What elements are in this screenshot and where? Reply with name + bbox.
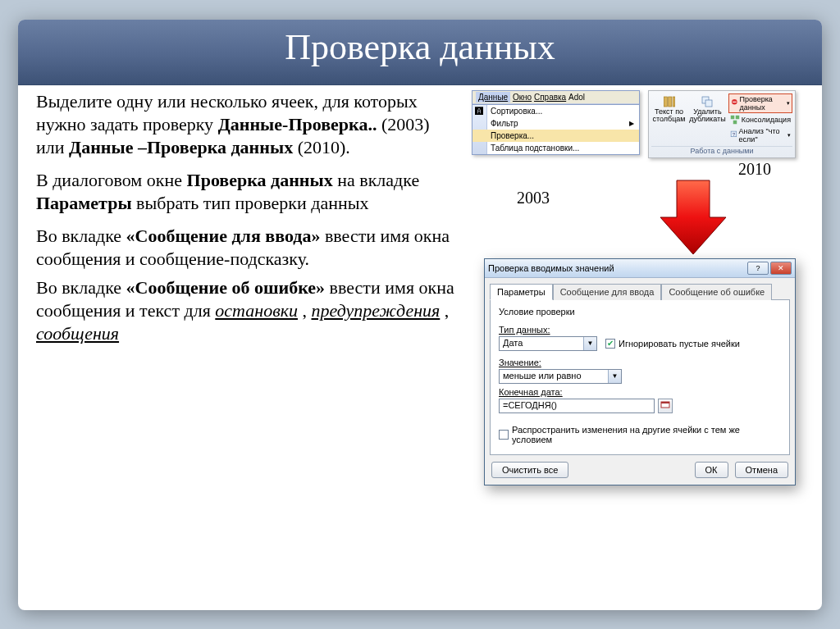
cancel-button[interactable]: Отмена bbox=[735, 462, 788, 478]
svg-rect-6 bbox=[733, 101, 736, 102]
svg-rect-13 bbox=[661, 402, 669, 403]
menu-item-filter[interactable]: Фильтр▶ bbox=[472, 117, 639, 130]
paragraph-3: Во вкладке «Сообщение для ввода» ввести … bbox=[36, 225, 459, 271]
duplicates-icon bbox=[701, 95, 714, 108]
checkbox-propagate[interactable]: Распространить изменения на другие ячейк… bbox=[499, 425, 781, 444]
menu-item-sort[interactable]: 🅰 Сортировка... bbox=[472, 105, 639, 117]
ok-button[interactable]: ОК bbox=[695, 462, 728, 478]
input-end-date[interactable]: =СЕГОДНЯ() bbox=[499, 399, 655, 413]
consolidate-icon bbox=[730, 115, 740, 125]
svg-rect-1 bbox=[668, 97, 671, 107]
columns-icon bbox=[663, 95, 676, 108]
checkbox-icon: ✔ bbox=[605, 339, 615, 349]
svg-rect-0 bbox=[664, 97, 667, 107]
text: Во вкладке bbox=[36, 226, 126, 246]
text-bold: Проверка данных bbox=[187, 170, 333, 190]
text-bold: Параметры bbox=[36, 193, 132, 213]
text: , bbox=[302, 300, 311, 321]
validation-icon bbox=[731, 98, 738, 108]
tab-parameters[interactable]: Параметры bbox=[490, 284, 553, 300]
paragraph-2: В диалоговом окне Проверка данных на вкл… bbox=[36, 169, 459, 215]
sort-icon: 🅰 bbox=[475, 107, 483, 116]
dialog-titlebar: Проверка вводимых значений ? ✕ bbox=[485, 259, 795, 278]
text-bold: Данные –Проверка данных bbox=[69, 137, 293, 157]
menu-item-validation[interactable]: Проверка... bbox=[472, 130, 639, 142]
group-title: Условие проверки bbox=[499, 307, 781, 317]
tab-error-message[interactable]: Сообщение об ошибке bbox=[661, 284, 772, 300]
ribbon-consolidation[interactable]: Консолидация bbox=[728, 114, 792, 125]
text-underline: предупреждения bbox=[311, 300, 440, 321]
text-underline: остановки bbox=[215, 300, 298, 321]
text: , bbox=[445, 300, 450, 321]
submenu-arrow-icon: ▶ bbox=[629, 120, 634, 127]
svg-rect-4 bbox=[705, 100, 712, 107]
menu-window[interactable]: Окно bbox=[513, 93, 532, 102]
combo-value: Дата bbox=[500, 337, 583, 350]
text-bold: «Сообщение об ошибке» bbox=[126, 277, 325, 298]
combo-value-operator[interactable]: меньше или равно ▼ bbox=[499, 369, 622, 384]
svg-rect-9 bbox=[733, 120, 737, 124]
label-value: Значение: bbox=[499, 358, 781, 367]
slide: Проверка данных Выделите одну или нескол… bbox=[18, 20, 822, 610]
checkbox-label: Игнорировать пустые ячейки bbox=[619, 339, 740, 349]
text-bold: «Сообщение для ввода» bbox=[126, 226, 321, 246]
ribbon-remove-duplicates[interactable]: Удалить дубликаты bbox=[689, 93, 726, 144]
caption-2010: 2010 bbox=[738, 160, 771, 179]
dropdown: 🅰 Сортировка... Фильтр▶ Проверка... Табл… bbox=[472, 104, 639, 154]
excel-2003-menu: Данные Окно Справка Adol 🅰 Сортировка...… bbox=[472, 90, 640, 155]
combo-data-type[interactable]: Дата ▼ bbox=[499, 336, 597, 351]
svg-text:?: ? bbox=[733, 131, 735, 136]
dialog-title: Проверка вводимых значений bbox=[488, 263, 746, 273]
checkbox-ignore-blank[interactable]: ✔ Игнорировать пустые ячейки bbox=[605, 339, 740, 349]
help-button[interactable]: ? bbox=[747, 262, 769, 275]
slide-title: Проверка данных bbox=[18, 20, 822, 85]
clear-all-button[interactable]: Очистить все bbox=[491, 462, 568, 478]
combo-value: меньше или равно bbox=[500, 370, 608, 383]
dropdown-arrow-icon[interactable]: ▼ bbox=[608, 370, 621, 383]
caption-2003: 2003 bbox=[517, 189, 550, 207]
label-data-type: Тип данных: bbox=[499, 325, 597, 335]
ribbon-row: Текст по столбцам Удалить дубликаты bbox=[651, 93, 792, 144]
text: Во вкладке bbox=[36, 277, 126, 298]
range-picker-icon bbox=[660, 401, 670, 411]
thumbnails-column: Данные Окно Справка Adol 🅰 Сортировка...… bbox=[459, 90, 804, 356]
svg-rect-2 bbox=[673, 97, 675, 107]
checkbox-icon bbox=[499, 430, 509, 440]
ribbon-text-to-columns[interactable]: Текст по столбцам bbox=[651, 93, 687, 144]
validation-dialog: Проверка вводимых значений ? ✕ Параметры… bbox=[484, 258, 796, 485]
field-data-type: Тип данных: Дата ▼ bbox=[499, 325, 597, 351]
menu-help[interactable]: Справка bbox=[534, 93, 566, 102]
whatif-icon: ? bbox=[730, 130, 737, 140]
dialog-tabs: Параметры Сообщение для ввода Сообщение … bbox=[490, 283, 790, 299]
text-bold: Данные-Проверка.. bbox=[218, 114, 377, 134]
text: В диалоговом окне bbox=[36, 170, 187, 190]
menu-extra[interactable]: Adol bbox=[568, 93, 585, 102]
checkbox-label: Распространить изменения на другие ячейк… bbox=[512, 425, 781, 444]
ribbon-group-label: Работа с данными bbox=[651, 146, 792, 155]
field-value: Значение: меньше или равно ▼ bbox=[499, 358, 781, 384]
paragraph-4: Во вкладке «Сообщение об ошибке» ввести … bbox=[36, 276, 459, 345]
dialog-panel: Условие проверки Тип данных: Дата ▼ ✔ Иг… bbox=[490, 299, 790, 455]
text: (2010). bbox=[298, 137, 350, 157]
svg-rect-7 bbox=[731, 115, 735, 119]
menu-item-table[interactable]: Таблица подстановки... bbox=[472, 142, 639, 154]
menubar: Данные Окно Справка Adol bbox=[472, 91, 639, 104]
dropdown-arrow-icon[interactable]: ▼ bbox=[583, 337, 596, 350]
ribbon-what-if[interactable]: ? Анализ "что если"▾ bbox=[728, 126, 792, 144]
field-end-date: Конечная дата: =СЕГОДНЯ() bbox=[499, 387, 781, 413]
text: выбрать тип проверки данных bbox=[136, 193, 368, 213]
excel-2010-ribbon: Текст по столбцам Удалить дубликаты bbox=[648, 90, 796, 158]
svg-rect-8 bbox=[736, 115, 740, 119]
range-picker-button[interactable] bbox=[658, 399, 673, 413]
red-down-arrow-icon bbox=[656, 176, 730, 258]
input-value: =СЕГОДНЯ() bbox=[500, 399, 654, 412]
text-underline: сообщения bbox=[36, 323, 119, 344]
tab-input-message[interactable]: Сообщение для ввода bbox=[553, 284, 662, 300]
dialog-footer: Очистить все ОК Отмена bbox=[485, 455, 795, 485]
content: Выделите одну или несколько ячеек, для к… bbox=[18, 85, 822, 364]
text-column: Выделите одну или несколько ячеек, для к… bbox=[36, 90, 459, 356]
paragraph-1: Выделите одну или несколько ячеек, для к… bbox=[36, 90, 459, 159]
ribbon-data-validation[interactable]: Проверка данных▾ bbox=[728, 93, 792, 113]
close-button[interactable]: ✕ bbox=[770, 262, 792, 275]
menu-data[interactable]: Данные bbox=[476, 92, 510, 103]
